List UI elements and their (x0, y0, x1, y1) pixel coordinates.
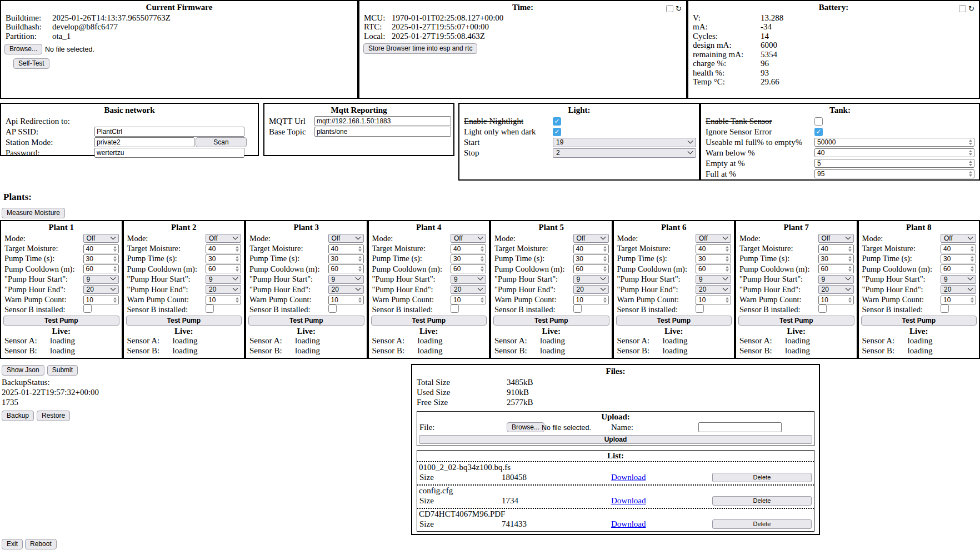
scan-button[interactable]: Scan (196, 137, 247, 147)
spinner-icon[interactable] (969, 139, 973, 145)
empty-at-input[interactable]: 5 (814, 159, 974, 168)
sensor-b-installed-checkbox[interactable] (818, 304, 827, 313)
pump-time-input[interactable]: 30 (328, 254, 364, 263)
pump-cooldown-input[interactable]: 60 (818, 264, 854, 273)
pump-hour-start-select[interactable]: 9 (206, 275, 241, 284)
spinner-icon[interactable] (848, 297, 852, 303)
pump-time-input[interactable]: 30 (696, 254, 731, 263)
mode-select[interactable]: Off (83, 234, 119, 243)
warn-pump-count-input[interactable]: 10 (696, 296, 731, 304)
pump-hour-end-select[interactable]: 20 (206, 285, 241, 294)
spinner-icon[interactable] (969, 161, 973, 166)
sensor-b-installed-checkbox[interactable] (573, 304, 582, 313)
spinner-icon[interactable] (603, 246, 607, 252)
spinner-icon[interactable] (481, 297, 484, 303)
mode-select[interactable]: Off (696, 234, 731, 243)
warn-pump-count-input[interactable]: 10 (451, 296, 486, 304)
useable-ml-input[interactable]: 50000 (814, 138, 974, 147)
submit-button[interactable]: Submit (47, 365, 78, 376)
sensor-b-installed-checkbox[interactable] (696, 304, 704, 313)
spinner-icon[interactable] (971, 256, 974, 262)
target-moisture-input[interactable]: 40 (206, 244, 241, 253)
pump-hour-end-select[interactable]: 20 (451, 285, 486, 294)
spinner-icon[interactable] (726, 297, 729, 303)
delete-button[interactable]: Delete (712, 519, 812, 529)
pump-cooldown-input[interactable]: 60 (206, 264, 241, 273)
spinner-icon[interactable] (726, 266, 729, 272)
sensor-b-installed-checkbox[interactable] (941, 304, 949, 313)
test-pump-button[interactable]: Test Pump (3, 316, 119, 326)
test-pump-button[interactable]: Test Pump (861, 316, 977, 326)
pump-hour-start-select[interactable]: 9 (83, 275, 119, 284)
pump-time-input[interactable]: 30 (206, 254, 241, 263)
pump-time-input[interactable]: 30 (818, 254, 854, 263)
spinner-icon[interactable] (969, 171, 973, 177)
pump-hour-end-select[interactable]: 20 (83, 285, 119, 294)
tank-enable-checkbox[interactable] (814, 117, 823, 126)
spinner-icon[interactable] (969, 150, 973, 156)
pump-time-input[interactable]: 30 (941, 254, 976, 263)
download-link[interactable]: Download (611, 473, 646, 482)
mode-select[interactable]: Off (941, 234, 976, 243)
spinner-icon[interactable] (726, 256, 729, 262)
spinner-icon[interactable] (481, 266, 484, 272)
target-moisture-input[interactable]: 40 (941, 244, 976, 253)
sensor-b-installed-checkbox[interactable] (328, 304, 337, 313)
pump-cooldown-input[interactable]: 60 (696, 264, 731, 273)
battery-refresh-icon[interactable]: ↻ (968, 5, 974, 12)
spinner-icon[interactable] (848, 256, 852, 262)
target-moisture-input[interactable]: 40 (573, 244, 609, 253)
pump-hour-end-select[interactable]: 20 (573, 285, 609, 294)
time-refresh-icon[interactable]: ↻ (676, 5, 682, 12)
spinner-icon[interactable] (236, 256, 239, 262)
backup-button[interactable]: Backup (2, 411, 34, 421)
base-topic-input[interactable] (314, 127, 451, 137)
sensor-b-installed-checkbox[interactable] (451, 304, 459, 313)
spinner-icon[interactable] (236, 297, 239, 303)
spinner-icon[interactable] (236, 266, 239, 272)
password-input[interactable] (94, 148, 244, 158)
sensor-b-installed-checkbox[interactable] (83, 304, 92, 313)
battery-autorefresh-checkbox[interactable] (959, 5, 966, 12)
spinner-icon[interactable] (358, 266, 362, 272)
spinner-icon[interactable] (481, 246, 484, 252)
pump-hour-start-select[interactable]: 9 (696, 275, 731, 284)
download-link[interactable]: Download (611, 519, 646, 529)
spinner-icon[interactable] (113, 256, 117, 262)
mode-select[interactable]: Off (573, 234, 609, 243)
warn-pump-count-input[interactable]: 10 (83, 296, 119, 304)
mode-select[interactable]: Off (206, 234, 241, 243)
warn-pump-count-input[interactable]: 10 (206, 296, 241, 304)
warn-pump-count-input[interactable]: 10 (818, 296, 854, 304)
upload-button[interactable]: Upload (419, 435, 812, 444)
test-pump-button[interactable]: Test Pump (126, 316, 242, 326)
spinner-icon[interactable] (848, 246, 852, 252)
pump-cooldown-input[interactable]: 60 (941, 264, 976, 273)
show-json-button[interactable]: Show Json (2, 365, 44, 376)
sensor-b-installed-checkbox[interactable] (206, 304, 214, 313)
mode-select[interactable]: Off (818, 234, 854, 243)
reboot-button[interactable]: Reboot (25, 539, 57, 549)
pump-hour-start-select[interactable]: 9 (573, 275, 609, 284)
target-moisture-input[interactable]: 40 (818, 244, 854, 253)
pump-cooldown-input[interactable]: 60 (451, 264, 486, 273)
pump-hour-end-select[interactable]: 20 (818, 285, 854, 294)
upload-name-input[interactable] (698, 422, 782, 432)
spinner-icon[interactable] (603, 256, 607, 262)
pump-hour-end-select[interactable]: 20 (328, 285, 364, 294)
spinner-icon[interactable] (481, 256, 484, 262)
firmware-browse-button[interactable]: Browse... (4, 44, 42, 54)
spinner-icon[interactable] (358, 246, 362, 252)
pump-cooldown-input[interactable]: 60 (328, 264, 364, 273)
exit-button[interactable]: Exit (2, 539, 23, 549)
light-start-select[interactable]: 19 (553, 138, 696, 147)
spinner-icon[interactable] (603, 266, 607, 272)
spinner-icon[interactable] (971, 297, 974, 303)
time-autorefresh-checkbox[interactable] (666, 5, 673, 12)
light-when-dark-checkbox[interactable] (553, 128, 561, 136)
target-moisture-input[interactable]: 40 (328, 244, 364, 253)
spinner-icon[interactable] (113, 266, 117, 272)
pump-time-input[interactable]: 30 (573, 254, 609, 263)
ignore-sensor-error-checkbox[interactable] (814, 128, 823, 136)
spinner-icon[interactable] (113, 246, 117, 252)
